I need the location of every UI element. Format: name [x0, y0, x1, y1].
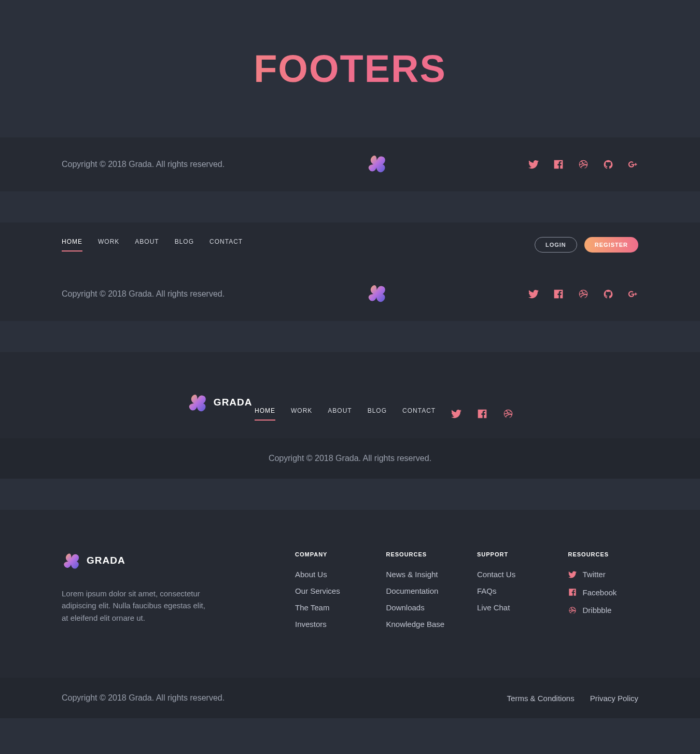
col-title: SUPPORT: [477, 551, 548, 557]
copyright-text: Copyright © 2018 Grada. All rights reser…: [269, 454, 431, 463]
link-downloads[interactable]: Downloads: [386, 603, 425, 612]
nav-links-centered: HOME WORK ABOUT BLOG CONTACT: [255, 407, 513, 421]
swirl-icon: [62, 551, 80, 570]
copyright-text: Copyright © 2018 Grada. All rights reser…: [62, 289, 225, 298]
footer-2-nav: HOME WORK ABOUT BLOG CONTACT LOGIN REGIS…: [0, 222, 700, 267]
legal-links: Terms & Conditions Privacy Policy: [507, 694, 638, 703]
col-support: SUPPORT Contact Us FAQs Live Chat: [477, 551, 548, 636]
nav-contact[interactable]: CONTACT: [209, 238, 243, 252]
github-icon[interactable]: [603, 289, 613, 299]
link-label: Facebook: [583, 588, 617, 597]
link-about-us[interactable]: About Us: [295, 570, 327, 579]
brand-logo[interactable]: GRADA: [62, 551, 125, 570]
col-title: COMPANY: [295, 551, 366, 557]
link-label: Twitter: [583, 570, 606, 579]
dribbble-icon[interactable]: [578, 289, 589, 299]
nav-work[interactable]: WORK: [98, 238, 119, 252]
footer-2-bottom: Copyright © 2018 Grada. All rights reser…: [0, 267, 700, 321]
link-live-chat[interactable]: Live Chat: [477, 603, 510, 612]
link-knowledge-base[interactable]: Knowledge Base: [386, 620, 445, 629]
facebook-icon[interactable]: [477, 409, 487, 419]
swirl-icon: [187, 392, 207, 413]
col-company: COMPANY About Us Our Services The Team I…: [295, 551, 366, 636]
nav-home[interactable]: HOME: [255, 407, 275, 421]
dribbble-icon[interactable]: [503, 409, 513, 419]
link-the-team[interactable]: The Team: [295, 603, 329, 612]
nav-about[interactable]: ABOUT: [328, 407, 352, 421]
link-documentation[interactable]: Documentation: [386, 587, 439, 595]
googleplus-icon[interactable]: [628, 289, 638, 299]
link-label: Dribbble: [583, 606, 612, 615]
link-twitter[interactable]: Twitter: [568, 570, 606, 579]
link-terms[interactable]: Terms & Conditions: [507, 694, 575, 703]
link-investors[interactable]: Investors: [295, 620, 327, 629]
nav-work[interactable]: WORK: [291, 407, 312, 421]
copyright-text: Copyright © 2018 Grada. All rights reser…: [62, 160, 225, 169]
github-icon[interactable]: [603, 159, 613, 170]
footer-3-bottom: Copyright © 2018 Grada. All rights reser…: [0, 438, 700, 479]
link-privacy[interactable]: Privacy Policy: [590, 694, 638, 703]
footer-1: Copyright © 2018 Grada. All rights reser…: [0, 137, 700, 191]
col-title: RESOURCES: [568, 551, 639, 557]
brand-name: GRADA: [214, 397, 253, 408]
brand-name: GRADA: [87, 555, 125, 566]
col-title: RESOURCES: [386, 551, 457, 557]
twitter-icon[interactable]: [528, 159, 539, 170]
swirl-icon: [366, 153, 387, 174]
col-social: RESOURCES Twitter Facebook Dribbble: [568, 551, 639, 636]
page-title: FOOTERS: [0, 47, 700, 91]
nav-home[interactable]: HOME: [62, 238, 82, 252]
nav-contact[interactable]: CONTACT: [402, 407, 436, 421]
nav-links: HOME WORK ABOUT BLOG CONTACT: [62, 238, 243, 252]
footer-3-top: GRADA HOME WORK ABOUT BLOG CONTACT: [0, 352, 700, 438]
brand-logo[interactable]: GRADA: [187, 392, 253, 413]
twitter-icon: [568, 570, 577, 579]
twitter-icon[interactable]: [451, 409, 461, 419]
login-button[interactable]: LOGIN: [535, 237, 577, 253]
nav-blog[interactable]: BLOG: [175, 238, 194, 252]
facebook-icon[interactable]: [553, 289, 564, 299]
col-resources: RESOURCES News & Insight Documentation D…: [386, 551, 457, 636]
link-facebook[interactable]: Facebook: [568, 588, 617, 597]
register-button[interactable]: REGISTER: [584, 237, 638, 253]
social-links: [528, 159, 638, 170]
nav-blog[interactable]: BLOG: [368, 407, 387, 421]
brand-intro-text: Lorem ipsum dolor sit amet, consectetur …: [62, 588, 207, 624]
twitter-icon[interactable]: [528, 289, 539, 299]
brand-logo[interactable]: [366, 153, 387, 174]
swirl-icon: [366, 283, 387, 303]
googleplus-icon[interactable]: [628, 159, 638, 170]
dribbble-icon[interactable]: [578, 159, 589, 170]
link-faqs[interactable]: FAQs: [477, 587, 497, 595]
link-contact-us[interactable]: Contact Us: [477, 570, 515, 579]
copyright-text: Copyright © 2018 Grada. All rights reser…: [62, 693, 225, 703]
facebook-icon[interactable]: [553, 159, 564, 170]
footer-4-bottom: Copyright © 2018 Grada. All rights reser…: [0, 678, 700, 718]
social-links: [528, 289, 638, 299]
brand-logo[interactable]: [366, 283, 387, 303]
nav-about[interactable]: ABOUT: [135, 238, 159, 252]
link-our-services[interactable]: Our Services: [295, 587, 340, 595]
link-dribbble[interactable]: Dribbble: [568, 606, 612, 615]
link-news-insight[interactable]: News & Insight: [386, 570, 438, 579]
dribbble-icon: [568, 606, 577, 615]
footer-4-top: GRADA Lorem ipsum dolor sit amet, consec…: [0, 510, 700, 678]
facebook-icon: [568, 588, 577, 596]
